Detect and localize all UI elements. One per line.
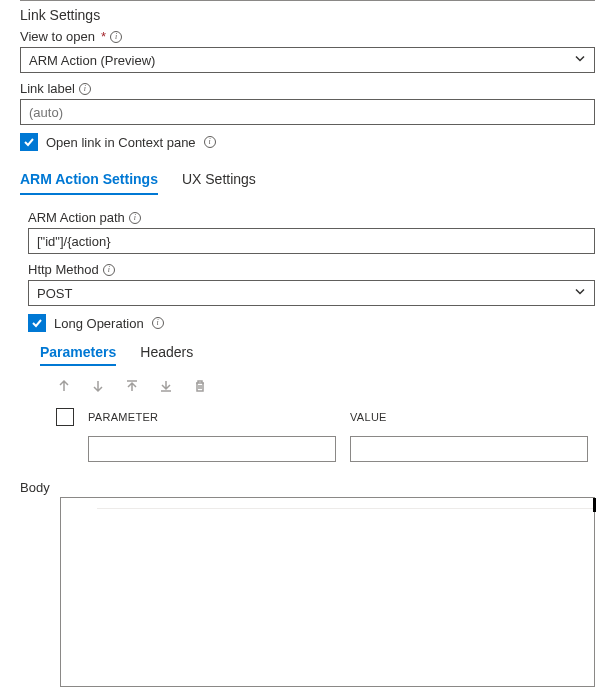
info-icon[interactable]: i [152,317,164,329]
view-to-open-select[interactable]: ARM Action (Preview) [20,47,595,73]
http-method-value: POST [37,286,72,301]
open-context-label: Open link in Context pane [46,135,196,150]
tab-arm-action-settings[interactable]: ARM Action Settings [20,165,158,195]
scrollbar-handle[interactable] [593,498,596,512]
editor-gutter-line [97,508,594,509]
view-to-open-label: View to open [20,29,95,44]
chevron-down-icon [574,53,586,68]
info-icon[interactable]: i [79,83,91,95]
link-label-label: Link label [20,81,75,96]
sub-tab-parameters[interactable]: Parameters [40,340,116,366]
link-label-input[interactable] [20,99,595,125]
sub-tab-headers[interactable]: Headers [140,340,193,366]
delete-icon[interactable] [192,378,208,394]
body-label: Body [20,480,595,495]
section-title: Link Settings [20,7,595,23]
info-icon[interactable]: i [204,136,216,148]
info-icon[interactable]: i [110,31,122,43]
param-toolbar [56,378,595,394]
info-icon[interactable]: i [129,212,141,224]
long-operation-checkbox[interactable] [28,314,46,332]
open-context-checkbox[interactable] [20,133,38,151]
table-row [88,436,595,462]
column-header-parameter: PARAMETER [88,411,336,423]
sub-tabs: Parameters Headers [40,340,595,366]
long-operation-label: Long Operation [54,316,144,331]
column-header-value: VALUE [350,411,387,423]
select-all-checkbox[interactable] [56,408,74,426]
arm-action-path-label: ARM Action path [28,210,125,225]
body-editor[interactable] [60,497,595,687]
info-icon[interactable]: i [103,264,115,276]
http-method-label: Http Method [28,262,99,277]
chevron-down-icon [574,286,586,301]
move-to-bottom-icon[interactable] [158,378,174,394]
tab-ux-settings[interactable]: UX Settings [182,165,256,195]
move-to-top-icon[interactable] [124,378,140,394]
main-tabs: ARM Action Settings UX Settings [20,165,595,196]
view-to-open-value: ARM Action (Preview) [29,53,155,68]
http-method-select[interactable]: POST [28,280,595,306]
move-up-icon[interactable] [56,378,72,394]
value-input[interactable] [350,436,588,462]
move-down-icon[interactable] [90,378,106,394]
arm-action-path-input[interactable] [28,228,595,254]
required-marker: * [101,29,106,44]
parameter-input[interactable] [88,436,336,462]
